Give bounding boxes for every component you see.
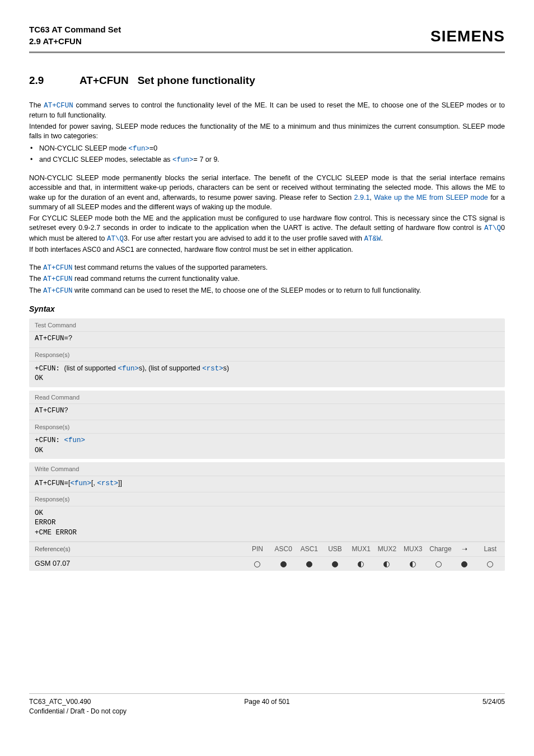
dot-last (481, 559, 499, 569)
section-291-link[interactable]: 2.9.1 (354, 194, 370, 201)
test-command-code: AT+CFUN=? (29, 332, 505, 348)
ok-text: OK (35, 374, 499, 384)
dot-pin (249, 559, 266, 569)
doc-section-ref: 2.9 AT+CFUN (29, 35, 121, 47)
page-footer: TC63_ATC_V00.490 Confidential / Draft - … (29, 693, 505, 716)
doc-header-left: TC63 AT Command Set 2.9 AT+CFUN (29, 24, 121, 47)
brand-logo: SIEMENS (430, 25, 505, 47)
col-mux1: MUX1 (352, 544, 370, 554)
write-command-label: Write Command (29, 462, 505, 476)
body-p6: The AT+CFUN test command returns the val… (29, 263, 505, 274)
atcfun-link[interactable]: AT+CFUN (43, 275, 73, 283)
support-dots-row (249, 559, 499, 569)
bullet-noncyclic: NON-CYCLIC SLEEP mode <fun>=0 (29, 144, 505, 154)
intro-bullets: NON-CYCLIC SLEEP mode <fun>=0 and CYCLIC… (29, 144, 505, 166)
dot-mux3 (404, 559, 421, 569)
body-p7: The AT+CFUN read command returns the cur… (29, 274, 505, 285)
body-p8: The AT+CFUN write command can be used to… (29, 286, 505, 297)
cme-error-text: +CME ERROR (35, 528, 499, 538)
test-response: +CFUN: (list of supported <fun>s), (list… (29, 361, 505, 387)
response-label: Response(s) (29, 492, 505, 506)
atcfun-link[interactable]: AT+CFUN (43, 264, 73, 272)
col-charge: Charge (429, 544, 447, 554)
wakeup-link[interactable]: Wake up the ME from SLEEP mode (374, 194, 488, 201)
body-p3: NON-CYCLIC SLEEP mode permanently blocks… (29, 173, 505, 213)
footer-page-number: Page 40 of 501 (29, 697, 505, 707)
intro-p2: Intended for power saving, SLEEP mode re… (29, 122, 505, 142)
col-asc1: ASC1 (300, 544, 318, 554)
section-desc: Set phone functionality (138, 74, 255, 86)
rst-param-link[interactable]: <rst> (97, 480, 118, 487)
section-number: 2.9 (29, 73, 79, 88)
intro-p1: The AT+CFUN command serves to control th… (29, 101, 505, 121)
dot-asc1 (300, 559, 318, 569)
ok-text: OK (35, 446, 499, 456)
header-divider (29, 51, 505, 53)
read-command-code: AT+CFUN? (29, 404, 505, 420)
syntax-heading: Syntax (29, 304, 505, 315)
body-cmds: The AT+CFUN test command returns the val… (29, 263, 505, 297)
body-p4: For CYCLIC SLEEP mode both the ME and th… (29, 214, 505, 245)
dot-mux2 (378, 559, 396, 569)
rst-param-link[interactable]: <rst> (202, 365, 223, 373)
reference-value: GSM 07.07 (35, 559, 249, 569)
section-title: 2.9AT+CFUN Set phone functionality (29, 73, 505, 88)
fun-param-link[interactable]: <fun> (172, 156, 194, 164)
syntax-test-block: Test Command AT+CFUN=? Response(s) +CFUN… (29, 318, 505, 387)
doc-title: TC63 AT Command Set (29, 24, 121, 35)
write-response: OK ERROR +CME ERROR (29, 506, 505, 542)
reference-label: Reference(s) (35, 545, 249, 553)
ok-text: OK (35, 509, 499, 519)
dot-usb (326, 559, 344, 569)
atq-link[interactable]: AT\Q (484, 224, 501, 232)
response-label: Response(s) (29, 348, 505, 361)
col-last: Last (481, 544, 499, 554)
page-header: TC63 AT Command Set 2.9 AT+CFUN SIEMENS (29, 24, 505, 47)
response-label: Response(s) (29, 420, 505, 434)
footer-confidential: Confidential / Draft - Do not copy (29, 707, 127, 716)
col-usb: USB (326, 544, 344, 554)
reference-value-row: GSM 07.07 (29, 556, 505, 571)
body-p5: If both interfaces ASC0 and ASC1 are con… (29, 245, 505, 255)
support-columns-header: PIN ASC0 ASC1 USB MUX1 MUX2 MUX3 Charge … (249, 544, 499, 554)
col-mux2: MUX2 (378, 544, 396, 554)
col-mux3: MUX3 (404, 544, 421, 554)
reference-header-row: Reference(s) PIN ASC0 ASC1 USB MUX1 MUX2… (29, 542, 505, 556)
atcfun-link[interactable]: AT+CFUN (44, 102, 73, 110)
write-command-code: AT+CFUN=[<fun>[, <rst>]] (29, 476, 505, 493)
fun-param-link[interactable]: <fun> (129, 145, 150, 153)
col-pin: PIN (249, 544, 266, 554)
section-cmd: AT+CFUN (79, 74, 129, 86)
read-response: +CFUN: <fun> OK (29, 434, 505, 459)
col-arrow-icon: ➝ (455, 544, 473, 554)
atq-link[interactable]: AT\Q (107, 235, 124, 243)
syntax-read-block: Read Command AT+CFUN? Response(s) +CFUN:… (29, 391, 505, 459)
atcfun-link[interactable]: AT+CFUN (43, 287, 73, 295)
intro-block: The AT+CFUN command serves to control th… (29, 101, 505, 255)
atw-link[interactable]: AT&W (364, 235, 381, 243)
dot-asc0 (274, 559, 292, 569)
dot-mux1 (352, 559, 370, 569)
fun-param-link[interactable]: <fun> (71, 480, 92, 487)
dot-charge (429, 559, 447, 569)
bullet-cyclic: and CYCLIC SLEEP modes, selectable as <f… (29, 155, 505, 166)
col-asc0: ASC0 (274, 544, 292, 554)
fun-param-link[interactable]: <fun> (64, 436, 86, 444)
dot-arrow (455, 559, 473, 569)
read-command-label: Read Command (29, 391, 505, 404)
syntax-write-block: Write Command AT+CFUN=[<fun>[, <rst>]] R… (29, 462, 505, 571)
error-text: ERROR (35, 518, 499, 528)
test-command-label: Test Command (29, 318, 505, 332)
fun-param-link[interactable]: <fun> (118, 365, 139, 373)
